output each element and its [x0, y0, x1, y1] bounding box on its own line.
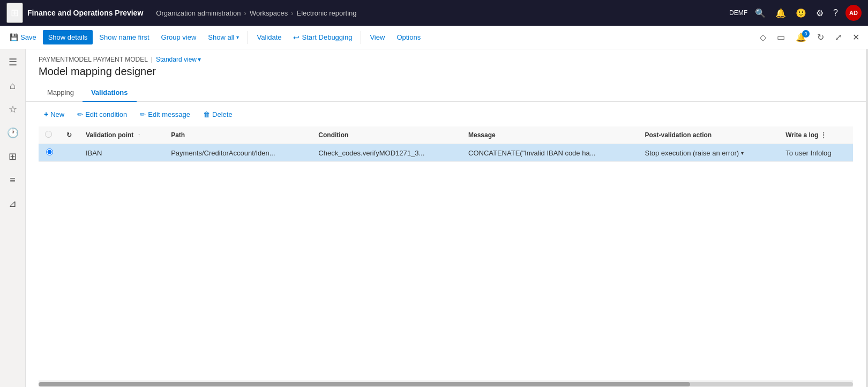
col-header-validation-point[interactable]: Validation point ↑: [79, 126, 164, 144]
top-nav: ⊞ Finance and Operations Preview Organiz…: [0, 0, 868, 26]
save-label: Save: [20, 33, 36, 41]
show-name-first-label: Show name first: [99, 33, 149, 41]
breadcrumb-pipe: |: [151, 56, 153, 63]
scrollbar-track: [39, 382, 853, 386]
app-grid-icon[interactable]: ⊞: [6, 3, 23, 23]
scrollbar-thumb[interactable]: [39, 382, 690, 386]
edit-condition-icon: ✏: [77, 110, 83, 118]
new-button[interactable]: + New: [39, 107, 70, 121]
app-title: Finance and Operations Preview: [27, 9, 143, 17]
breadcrumb-model: PAYMENTMODEL PAYMENT MODEL: [39, 56, 148, 63]
edit-message-label: Edit message: [148, 110, 190, 118]
breadcrumb: Organization administration › Workspaces…: [156, 9, 725, 17]
cmd-diamond-icon[interactable]: ◇: [755, 29, 770, 46]
row-post-validation: Stop execution (raise an error) ▾: [638, 144, 779, 162]
validations-toolbar: + New ✏ Edit condition ✏ Edit message 🗑 …: [26, 102, 866, 126]
breadcrumb-item1[interactable]: Organization administration: [156, 9, 241, 17]
breadcrumb-item3[interactable]: Electronic reporting: [297, 9, 357, 17]
options-label: Options: [396, 33, 421, 41]
more-options-icon[interactable]: ⋮: [820, 131, 827, 139]
horizontal-scrollbar[interactable]: [39, 381, 853, 387]
col-header-message: Message: [462, 126, 638, 144]
row-radio[interactable]: [46, 148, 53, 155]
post-val-dropdown-icon[interactable]: ▾: [741, 150, 744, 156]
show-all-button[interactable]: Show all ▾: [203, 30, 244, 44]
smiley-icon[interactable]: 🙂: [794, 6, 809, 20]
search-icon[interactable]: 🔍: [753, 6, 768, 20]
row-radio-cell[interactable]: [39, 144, 60, 162]
env-label: DEMF: [729, 9, 747, 17]
sidebar-recent-icon[interactable]: 🕐: [2, 122, 24, 144]
edit-message-button[interactable]: ✏ Edit message: [134, 108, 196, 121]
view-button[interactable]: View: [364, 30, 390, 44]
help-icon[interactable]: ?: [831, 6, 840, 20]
delete-label: Delete: [212, 110, 233, 118]
col-header-condition: Condition: [312, 126, 462, 144]
cmd-close-icon[interactable]: ✕: [848, 29, 864, 46]
page-header: PAYMENTMODEL PAYMENT MODEL | Standard vi…: [26, 49, 866, 84]
sidebar-workspace-icon[interactable]: ⊞: [2, 146, 24, 167]
sidebar-star-icon[interactable]: ☆: [2, 99, 24, 120]
validations-table-container: ↻ Validation point ↑ Path Condit: [26, 126, 866, 254]
bell-icon[interactable]: 🔔: [773, 6, 788, 20]
col-header-select: [39, 126, 60, 144]
start-debugging-button[interactable]: ↩ Start Debugging: [288, 30, 357, 45]
save-button[interactable]: 💾 Save: [4, 30, 42, 44]
sidebar: ☰ ⌂ ☆ 🕐 ⊞ ≡ ⊿: [0, 49, 26, 387]
show-name-first-button[interactable]: Show name first: [94, 30, 154, 44]
breadcrumb-sep1: ›: [244, 9, 246, 17]
settings-icon[interactable]: ⚙: [814, 6, 826, 20]
sidebar-home-icon[interactable]: ⌂: [2, 75, 24, 96]
sort-icon: ↑: [138, 132, 140, 138]
resize-handle[interactable]: [866, 49, 868, 387]
row-refresh-cell: [60, 144, 79, 162]
cmd-refresh-icon[interactable]: ↻: [813, 29, 828, 46]
right-icons-group: DEMF 🔍 🔔 🙂 ⚙ ? AD: [729, 5, 862, 21]
breadcrumb-item2[interactable]: Workspaces: [250, 9, 288, 17]
table-row[interactable]: IBAN Payments/CreditorAccount/Iden... Ch…: [39, 144, 853, 162]
breadcrumb-sep2: ›: [291, 9, 293, 17]
col-header-post-validation: Post-validation action: [638, 126, 779, 144]
start-debugging-label: Start Debugging: [302, 33, 352, 41]
delete-button[interactable]: 🗑 Delete: [198, 108, 238, 121]
new-plus-icon: +: [44, 110, 48, 118]
cmd-right-icons: ◇ ▭ 🔔0 ↻ ⤢ ✕: [755, 29, 864, 46]
tab-mapping[interactable]: Mapping: [39, 84, 83, 102]
main-layout: ☰ ⌂ ☆ 🕐 ⊞ ≡ ⊿ PAYMENTMODEL PAYMENT MODEL…: [0, 49, 868, 387]
show-details-button[interactable]: Show details: [43, 30, 93, 44]
post-val-text: Stop execution (raise an error): [645, 149, 739, 157]
col-header-path: Path: [164, 126, 312, 144]
cmd-expand-icon[interactable]: ⤢: [830, 29, 846, 46]
sidebar-hamburger-icon[interactable]: ☰: [2, 51, 24, 73]
row-message: CONCATENATE("Invalid IBAN code ha...: [462, 144, 638, 162]
group-view-button[interactable]: Group view: [156, 30, 202, 44]
avatar[interactable]: AD: [845, 5, 862, 21]
edit-condition-button[interactable]: ✏ Edit condition: [72, 108, 132, 121]
row-path: Payments/CreditorAccount/Iden...: [164, 144, 312, 162]
header-radio: [45, 131, 52, 138]
refresh-icon[interactable]: ↻: [66, 131, 72, 139]
tab-validations[interactable]: Validations: [83, 84, 137, 102]
cmd-panel-icon[interactable]: ▭: [773, 29, 789, 46]
cmd-notifications-icon[interactable]: 🔔0: [791, 29, 811, 46]
table-header-row: ↻ Validation point ↑ Path Condit: [39, 126, 853, 144]
tabs-container: Mapping Validations: [26, 84, 866, 102]
standard-view-label: Standard view: [156, 56, 197, 63]
edit-message-icon: ✏: [140, 110, 146, 118]
main-content: PAYMENTMODEL PAYMENT MODEL | Standard vi…: [26, 49, 866, 387]
cmd-separator-1: [248, 31, 248, 44]
standard-view-chevron: ▾: [198, 56, 201, 63]
col-header-refresh: ↻: [60, 126, 79, 144]
col-header-write-log: Write a log ⋮: [779, 126, 853, 144]
edit-condition-label: Edit condition: [85, 110, 127, 118]
validate-button[interactable]: Validate: [251, 30, 287, 44]
sidebar-filter-icon[interactable]: ⊿: [2, 193, 24, 214]
debug-icon: ↩: [293, 33, 300, 42]
options-button[interactable]: Options: [391, 30, 426, 44]
show-all-label: Show all: [208, 33, 234, 41]
save-icon: 💾: [10, 33, 18, 41]
cmd-separator-2: [361, 31, 361, 44]
page-title: Model mapping designer: [39, 65, 853, 78]
sidebar-list-icon[interactable]: ≡: [2, 169, 24, 191]
standard-view-selector[interactable]: Standard view ▾: [156, 56, 201, 63]
